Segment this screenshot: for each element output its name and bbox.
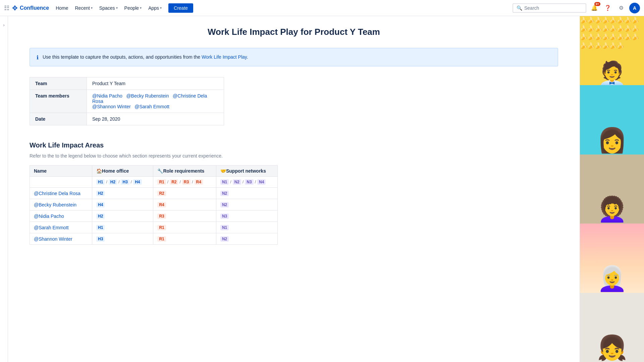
chevron-right-icon: › — [3, 23, 5, 27]
person-link[interactable]: @Shannon Winter — [34, 236, 72, 242]
col-header-home: 🏠Home office — [92, 166, 153, 177]
chevron-down-icon: ▾ — [140, 6, 142, 10]
person-link[interactable]: @Sarah Emmott — [34, 225, 69, 230]
confluence-logo-icon: ✥ — [12, 4, 18, 12]
support-networks-rating: N1 — [216, 222, 277, 233]
col-header-role: 🔧Role requirements — [153, 166, 216, 177]
col-header-name: Name — [30, 166, 92, 177]
help-button[interactable]: ❓ — [602, 3, 613, 13]
role-requirements-rating: R1 — [153, 233, 216, 245]
confluence-logo-text: Confluence — [20, 5, 49, 11]
person-name: @Becky Rubenstein — [30, 199, 92, 210]
home-office-rating: H3 — [92, 233, 153, 245]
support-networks-rating: N2 — [216, 233, 277, 245]
search-icon: 🔍 — [517, 5, 522, 11]
nav-home[interactable]: Home — [53, 4, 71, 12]
team-value: Product Y Team — [87, 77, 224, 90]
impact-areas-title: Work Life Impact Areas — [30, 141, 558, 149]
video-tile-1: 🍌🍌🍌🍌🍌🍌🍌🍌🍌🍌🍌🍌🍌🍌🍌🍌🍌🍌🍌🍌🍌🍌🍌🍌🍌🍌🍌🍌🍌🍌 🧑‍💼 — [580, 16, 644, 85]
table-row: Team Product Y Team — [30, 77, 224, 90]
home-office-rating: H4 — [92, 199, 153, 210]
impact-areas-desc: Refer to the to the legend below to choo… — [30, 153, 558, 159]
nav-recent[interactable]: Recent ▾ — [72, 4, 95, 12]
confluence-logo[interactable]: ✥ Confluence — [12, 4, 49, 12]
info-icon: ℹ — [37, 54, 39, 61]
table-row: @Shannon WinterH3R1N2 — [30, 233, 278, 245]
person-link[interactable]: @Christine Dela Rosa — [34, 191, 80, 196]
info-box: ℹ Use this template to capture the outpu… — [30, 48, 558, 66]
impact-table: Name 🏠Home office 🔧Role requirements 🤝Su… — [30, 165, 278, 245]
rating-header-role: R1 / R2 / R3 / R4 — [153, 177, 216, 188]
role-requirements-rating: R3 — [153, 210, 216, 222]
table-rating-header-row: H1 / H2 / H3 / H4 R1 / R2 — [30, 177, 278, 188]
video-panel: 🍌🍌🍌🍌🍌🍌🍌🍌🍌🍌🍌🍌🍌🍌🍌🍌🍌🍌🍌🍌🍌🍌🍌🍌🍌🍌🍌🍌🍌🍌 🧑‍💼 👩 👩‍🦱… — [580, 16, 644, 362]
rating-header-empty — [30, 177, 92, 188]
gear-icon: ⚙ — [619, 5, 624, 11]
sidebar-toggle[interactable]: › — [0, 16, 8, 362]
help-icon: ❓ — [604, 5, 611, 11]
video-tile-3: 👩‍🦱 — [580, 155, 644, 224]
person-name: @Christine Dela Rosa — [30, 188, 92, 199]
chevron-down-icon: ▾ — [91, 6, 93, 10]
video-tile-4: 👩‍🦳 — [580, 224, 644, 293]
person-name: @Shannon Winter — [30, 233, 92, 245]
support-networks-rating: N2 — [216, 188, 277, 199]
person-link[interactable]: @Nidia Pacho — [34, 214, 64, 219]
grid-icon[interactable]: ☷ — [4, 4, 9, 12]
home-office-rating: H2 — [92, 188, 153, 199]
table-row: @Becky RubensteinH4R4N2 — [30, 199, 278, 210]
table-row: @Nidia PachoH2R3N3 — [30, 210, 278, 222]
support-networks-rating: N3 — [216, 210, 277, 222]
home-office-rating: H1 — [92, 222, 153, 233]
content-area: Work Life Impact Play for Product Y Team… — [8, 16, 580, 362]
person-name: @Nidia Pacho — [30, 210, 92, 222]
role-requirements-rating: R2 — [153, 188, 216, 199]
role-requirements-rating: R4 — [153, 199, 216, 210]
role-requirements-rating: R1 — [153, 222, 216, 233]
table-header-row: Name 🏠Home office 🔧Role requirements 🤝Su… — [30, 166, 278, 177]
support-networks-rating: N2 — [216, 199, 277, 210]
video-tile-5: 👧 — [580, 293, 644, 362]
table-row: @Sarah EmmottH1R1N1 — [30, 222, 278, 233]
col-header-support: 🤝Support networks — [216, 166, 277, 177]
nav-apps[interactable]: Apps ▾ — [146, 4, 164, 12]
video-tile-2: 👩 — [580, 85, 644, 154]
page-title: Work Life Impact Play for Product Y Team — [30, 27, 558, 37]
notifications-button[interactable]: 🔔 9+ — [589, 3, 600, 13]
nav-people[interactable]: People ▾ — [122, 4, 145, 12]
nav-spaces[interactable]: Spaces ▾ — [97, 4, 120, 12]
chevron-down-icon: ▾ — [160, 6, 162, 10]
chevron-down-icon: ▾ — [116, 6, 118, 10]
settings-button[interactable]: ⚙ — [616, 3, 627, 13]
rating-header-support: N1 / N2 / N3 / N4 — [216, 177, 277, 188]
table-row: Date Sep 28, 2020 — [30, 113, 224, 125]
members-value: @Nidia Pacho @Becky Rubenstein @Christin… — [87, 90, 224, 113]
team-label: Team — [30, 77, 87, 90]
person-name: @Sarah Emmott — [30, 222, 92, 233]
search-placeholder-text: Search — [524, 5, 539, 11]
work-life-impact-play-link[interactable]: Work Life Impact Play — [202, 54, 247, 60]
date-label: Date — [30, 113, 87, 125]
members-label: Team members — [30, 90, 87, 113]
home-office-rating: H2 — [92, 210, 153, 222]
info-box-text: Use this template to capture the outputs… — [43, 54, 248, 61]
metadata-table: Team Product Y Team Team members @Nidia … — [30, 77, 224, 125]
person-link[interactable]: @Becky Rubenstein — [34, 202, 76, 207]
create-button[interactable]: Create — [168, 3, 193, 13]
search-box[interactable]: 🔍 Search — [513, 3, 586, 13]
table-row: @Christine Dela RosaH2R2N2 — [30, 188, 278, 199]
date-value: Sep 28, 2020 — [87, 113, 224, 125]
top-navigation: ☷ ✥ Confluence Home Recent ▾ Spaces ▾ Pe… — [0, 0, 644, 16]
notification-badge: 9+ — [594, 2, 600, 6]
user-avatar[interactable]: A — [629, 3, 640, 13]
table-row: Team members @Nidia Pacho @Becky Rubenst… — [30, 90, 224, 113]
main-layout: › Work Life Impact Play for Product Y Te… — [0, 16, 644, 362]
rating-header-home: H1 / H2 / H3 / H4 — [92, 177, 153, 188]
